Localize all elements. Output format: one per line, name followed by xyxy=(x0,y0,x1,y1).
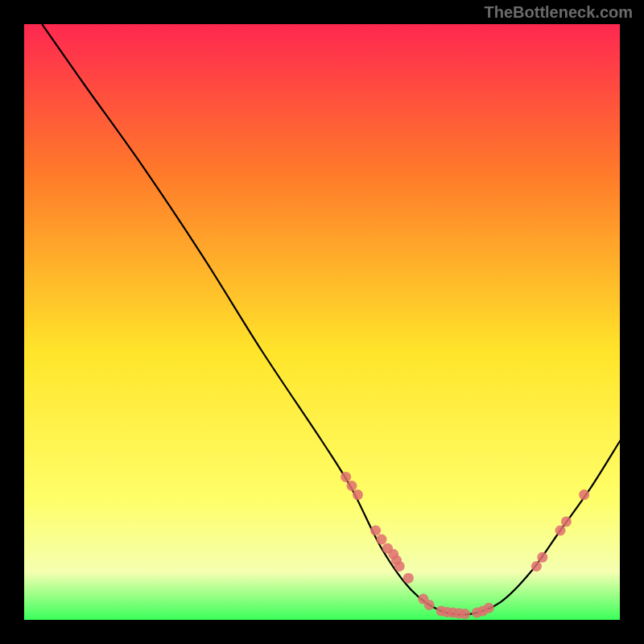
data-marker xyxy=(370,526,381,536)
chart-svg xyxy=(24,24,620,620)
watermark-text: TheBottleneck.com xyxy=(485,3,633,22)
data-marker xyxy=(394,561,405,572)
data-marker xyxy=(579,489,589,500)
gradient-background xyxy=(24,24,620,620)
data-marker xyxy=(341,472,351,482)
data-marker xyxy=(537,552,547,563)
data-marker xyxy=(347,481,357,491)
data-marker xyxy=(460,609,470,619)
data-marker xyxy=(484,603,494,613)
data-marker xyxy=(561,516,572,526)
chart-area xyxy=(24,24,620,620)
data-marker xyxy=(403,573,414,584)
data-marker xyxy=(424,600,435,610)
data-marker xyxy=(353,489,363,500)
data-marker xyxy=(377,535,387,545)
data-marker xyxy=(531,561,542,572)
data-marker xyxy=(555,526,566,536)
